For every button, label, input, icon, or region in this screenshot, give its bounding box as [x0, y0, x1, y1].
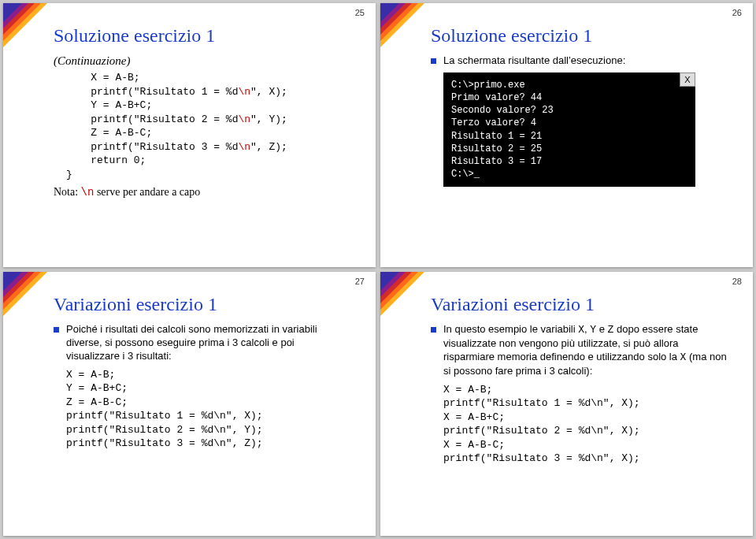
slide-title: Variazioni esercizio 1 — [431, 294, 728, 315]
var-x: X — [578, 324, 584, 336]
terminal-text: C:\>primo.exe Primo valore? 44 Secondo v… — [451, 80, 554, 180]
corner-decoration-icon — [3, 3, 47, 47]
note-line: Nota: \n serve per andare a capo — [54, 186, 350, 199]
note-text: Nota: — [54, 186, 81, 198]
slide-title: Variazioni esercizio 1 — [54, 294, 350, 315]
code-block: X = A-B; printf("Risultato 1 = %d\n", X)… — [443, 383, 728, 466]
code-block: X = A-B; printf("Risultato 1 = %d\n", X)… — [66, 71, 350, 181]
terminal-output: XC:\>primo.exe Primo valore? 44 Secondo … — [443, 72, 695, 188]
bullet-span: In questo esempio le variabili — [443, 323, 578, 335]
note-text: serve per andare a capo — [94, 186, 200, 198]
slide-26: 26 Soluzione esercizio 1 La schermata ri… — [380, 3, 753, 267]
escape-n: \n — [238, 86, 250, 98]
slide-28: 28 Variazioni esercizio 1 In questo esem… — [380, 272, 753, 536]
page-number: 26 — [732, 8, 742, 17]
slide-title: Soluzione esercizio 1 — [54, 25, 350, 46]
page-number: 27 — [355, 277, 365, 286]
corner-decoration-icon — [380, 272, 424, 316]
slide-25: 25 Soluzione esercizio 1 (Continuazione)… — [3, 3, 376, 267]
bullet-text: La schermata risultante dall’esecuzione: — [431, 54, 728, 68]
code-block: X = A-B; Y = A-B+C; Z = A-B-C; printf("R… — [66, 368, 350, 451]
var-y: Y — [590, 324, 596, 336]
continuation-label: (Continuazione) — [54, 54, 350, 68]
slide-grid: 25 Soluzione esercizio 1 (Continuazione)… — [0, 0, 756, 539]
escape-n: \n — [81, 186, 94, 199]
slide-title: Soluzione esercizio 1 — [431, 25, 728, 46]
code-text: X = A-B; printf("Risultato 1 = %d — [66, 72, 238, 98]
page-number: 28 — [732, 277, 742, 286]
corner-decoration-icon — [3, 272, 47, 316]
escape-n: \n — [238, 113, 250, 125]
corner-decoration-icon — [380, 3, 424, 47]
page-number: 25 — [355, 8, 365, 17]
bullet-span: e — [596, 323, 607, 335]
close-icon[interactable]: X — [680, 72, 695, 87]
bullet-text: In questo esempio le variabili X, Y e Z … — [431, 323, 728, 378]
escape-n: \n — [238, 141, 250, 153]
bullet-text: Poiché i risultati dei calcoli sono memo… — [54, 323, 350, 363]
slide-27: 27 Variazioni esercizio 1 Poiché i risul… — [3, 272, 376, 536]
